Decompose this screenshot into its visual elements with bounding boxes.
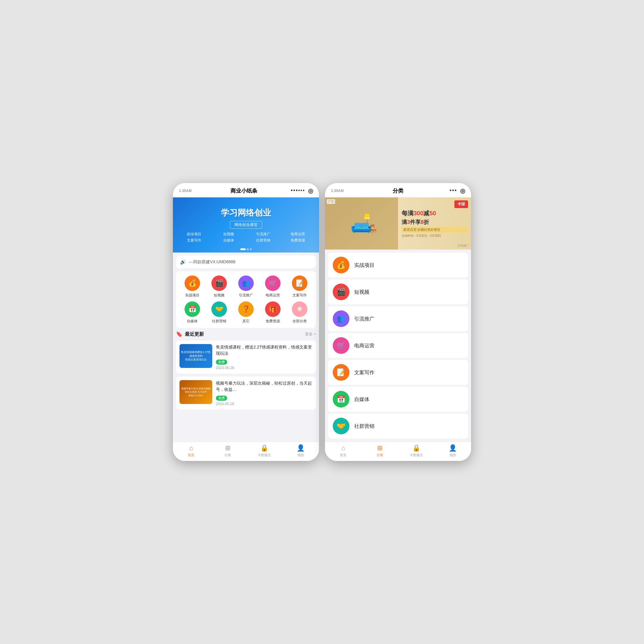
cat-item-other[interactable]: ❓ 其它 bbox=[233, 301, 259, 324]
left-title: 商业小纸条 bbox=[197, 187, 291, 194]
right-cat-label-shequn: 社群营销 bbox=[354, 423, 374, 430]
right-cat-wenana[interactable]: 📝 文案写作 bbox=[328, 360, 468, 385]
right-bottom-nav: ⌂ 首页 ⊞ 分类 🔒 卡密激活 👤 我的 bbox=[325, 442, 471, 461]
right-nav-activation[interactable]: 🔒 卡密激活 bbox=[398, 444, 435, 457]
card-2-title: 视频号暴力玩法，深层次揭秘，轻松过原创，当天起号，收益… bbox=[216, 380, 312, 393]
cat-item-dianshang[interactable]: 🛒 电商运营 bbox=[259, 275, 286, 298]
right-nav-activation-label: 卡密激活 bbox=[410, 453, 423, 457]
right-nav-category-label: 分类 bbox=[377, 453, 383, 457]
banner-tag-1: 副业项目 bbox=[177, 232, 211, 237]
banner-tag-2: 短视频 bbox=[212, 232, 245, 237]
card-2-info: 视频号暴力玩法，深层次揭秘，轻松过原创，当天起号，收益… 免费 2024-05-… bbox=[216, 380, 312, 406]
category-icon: ⊞ bbox=[225, 444, 230, 452]
cat-icon-shizhan: 💰 bbox=[185, 275, 200, 291]
right-cat-icon-zimeiti: 📅 bbox=[333, 391, 349, 408]
card-2-date: 2024-05-28 bbox=[216, 402, 312, 406]
ad-label: 广告 bbox=[327, 199, 335, 204]
ad-banner: 🛋️ 🪑 每满300减50 满3件享8折 家居百货 好颜好质好便宜 活动时间：5… bbox=[325, 197, 471, 250]
right-cat-label-shizhan: 实战项目 bbox=[354, 262, 374, 269]
card-1-thumb: 售卖情感课程赠送2.2T情感课程资料情感文案变现玩法 bbox=[179, 344, 212, 368]
right-nav-home-label: 首页 bbox=[340, 453, 346, 457]
cat-item-zimeiti[interactable]: 📅 自媒体 bbox=[179, 301, 206, 324]
lock-icon: 🔒 bbox=[260, 444, 268, 452]
dots-icon[interactable]: ••• bbox=[291, 187, 305, 194]
ad-promo1: 每满300减50 bbox=[402, 209, 467, 217]
right-nav-home[interactable]: ⌂ 首页 bbox=[325, 444, 362, 457]
cat-icon-shequn: 🤝 bbox=[211, 301, 227, 317]
right-cat-zimeiti[interactable]: 📅 自媒体 bbox=[328, 387, 468, 412]
cat-item-wenanka[interactable]: 📝 文案写作 bbox=[286, 275, 313, 298]
nav-activation-label: 卡密激活 bbox=[258, 453, 271, 457]
ad-promo2: 满3件享8折 bbox=[402, 219, 467, 226]
left-bottom-nav: ⌂ 首页 ⊞ 分类 🔒 卡密激活 👤 我的 bbox=[173, 442, 319, 461]
right-target-icon[interactable]: ◎ bbox=[460, 187, 465, 194]
more-link[interactable]: 更多 > bbox=[305, 332, 316, 337]
card-2[interactable]: 视频号暴力玩法 深层次揭秘轻松过原创 当天起号收益日入500+ 视频号暴力玩法，… bbox=[176, 377, 316, 410]
right-cat-label-yinliu: 引流推广 bbox=[354, 315, 374, 322]
cat-item-shipin[interactable]: 🎬 短视频 bbox=[206, 275, 233, 298]
nav-category-label: 分类 bbox=[225, 453, 231, 457]
right-cat-dianshang[interactable]: 🛒 电商运营 bbox=[328, 333, 468, 358]
right-cat-icon-shipin: 🎬 bbox=[333, 284, 349, 300]
cat-label-other: 其它 bbox=[242, 319, 250, 324]
right-category-list: 💰 实战项目 🎬 短视频 👥 引流推广 🛒 电商运营 📝 文案写作 bbox=[325, 250, 471, 442]
ad-badge: 卡琛 bbox=[454, 200, 468, 208]
right-cat-shequn[interactable]: 🤝 社群营销 bbox=[328, 414, 468, 439]
right-cat-label-shipin: 短视频 bbox=[354, 289, 369, 295]
cat-icon-yinliu: 👥 bbox=[238, 275, 254, 291]
user-icon: 👤 bbox=[297, 444, 305, 452]
cat-label-dianshang: 电商运营 bbox=[266, 293, 280, 298]
nav-mine[interactable]: 👤 我的 bbox=[283, 444, 319, 457]
cat-label-all: 全部分类 bbox=[292, 319, 307, 324]
cat-item-yinliu[interactable]: 👥 引流推广 bbox=[233, 275, 259, 298]
right-phone: 1:35AM 分类 ••• ◎ 🛋️ 🪑 每满300减50 满3件享8折 bbox=[325, 183, 471, 461]
right-cat-icon-wenana: 📝 bbox=[333, 364, 349, 381]
right-cat-shizhan[interactable]: 💰 实战项目 bbox=[328, 253, 468, 278]
nav-home[interactable]: ⌂ 首页 bbox=[173, 444, 210, 457]
banner-tag-4: 电商运营 bbox=[281, 232, 315, 237]
banner-tag-7: 社群营销 bbox=[247, 238, 280, 243]
right-cat-icon-shequn: 🤝 bbox=[333, 418, 349, 434]
right-cat-yinliu[interactable]: 👥 引流推广 bbox=[328, 306, 468, 331]
recent-section: 🔖 最近更新 更多 > 售卖情感课程赠送2.2T情感课程资料情感文案变现玩法 售… bbox=[176, 331, 316, 410]
cat-icon-other: ❓ bbox=[238, 301, 254, 317]
right-cat-shipin[interactable]: 🎬 短视频 bbox=[328, 279, 468, 304]
nav-category[interactable]: ⊞ 分类 bbox=[210, 444, 246, 457]
card-2-thumb: 视频号暴力玩法 深层次揭秘轻松过原创 当天起号收益日入500+ bbox=[179, 380, 212, 404]
right-header-icons: ••• ◎ bbox=[447, 187, 465, 194]
cat-item-free[interactable]: 🎁 免费资源 bbox=[259, 301, 286, 324]
cat-label-wenanka: 文案写作 bbox=[292, 293, 307, 298]
cat-item-all[interactable]: ❋ 全部分类 bbox=[286, 301, 313, 324]
cat-label-shizhan: 实战项目 bbox=[185, 293, 199, 298]
right-title: 分类 bbox=[349, 187, 447, 194]
recent-icon: 🔖 bbox=[176, 331, 182, 338]
left-header: 1:35AM 商业小纸条 ••• ◎ bbox=[173, 183, 319, 197]
right-nav-category[interactable]: ⊞ 分类 bbox=[362, 444, 398, 457]
target-icon[interactable]: ◎ bbox=[308, 187, 313, 194]
nav-activation[interactable]: 🔒 卡密激活 bbox=[246, 444, 283, 457]
cat-item-shizhan[interactable]: 💰 实战项目 bbox=[179, 275, 206, 298]
cat-item-shequn[interactable]: 🤝 社群营销 bbox=[206, 301, 233, 324]
right-dots-icon[interactable]: ••• bbox=[450, 187, 457, 194]
left-header-icons: ••• ◎ bbox=[291, 187, 313, 194]
card-2-thumb-text: 视频号暴力玩法 深层次揭秘轻松过原创 当天起号收益日入500+ bbox=[180, 386, 212, 398]
banner-tag-6: 自媒体 bbox=[212, 238, 245, 243]
left-phone: 1:35AM 商业小纸条 ••• ◎ 学习网络创业 网络创业课堂 副业项目 短视… bbox=[173, 183, 319, 461]
cat-label-shipin: 短视频 bbox=[214, 293, 225, 298]
speaker-icon: 🔊 bbox=[180, 259, 186, 265]
right-nav-mine[interactable]: 👤 我的 bbox=[435, 444, 471, 457]
banner-tag-3: 引流推广 bbox=[247, 232, 280, 237]
table-icon: 🪑 bbox=[368, 224, 379, 234]
right-nav-mine-label: 我的 bbox=[450, 453, 456, 457]
card-1-info: 售卖情感课程，赠送2.2T情感课程资料，情感文案变现玩法 免费 2024-05-… bbox=[216, 344, 312, 370]
right-category-icon: ⊞ bbox=[377, 444, 383, 452]
ad-time: 活动时间：5月20日 - 5月30日 bbox=[402, 234, 467, 238]
right-cat-label-zimeiti: 自媒体 bbox=[354, 396, 369, 403]
cat-icon-all: ❋ bbox=[292, 301, 307, 317]
announcement: 🔊 —同款搭建VX:UMD6888 bbox=[176, 256, 316, 268]
card-1[interactable]: 售卖情感课程赠送2.2T情感课程资料情感文案变现玩法 售卖情感课程，赠送2.2T… bbox=[176, 340, 316, 374]
card-list: 售卖情感课程赠送2.2T情感课程资料情感文案变现玩法 售卖情感课程，赠送2.2T… bbox=[176, 340, 316, 410]
cat-icon-wenanka: 📝 bbox=[292, 275, 307, 291]
cat-icon-dianshang: 🛒 bbox=[265, 275, 281, 291]
dot-1 bbox=[240, 248, 246, 250]
